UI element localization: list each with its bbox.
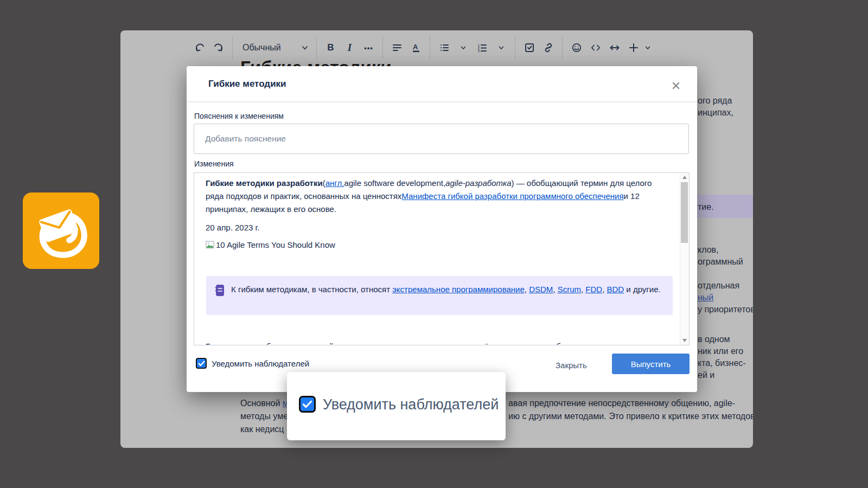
scrollbar-thumb[interactable] bbox=[681, 182, 688, 243]
numbered-list-expand-button[interactable] bbox=[492, 38, 510, 57]
page-title-clipped: Гибкие методики bbox=[240, 57, 392, 66]
svg-text:A: A bbox=[413, 43, 418, 51]
image-alt-text: 10 Agile Terms You Should Know bbox=[216, 240, 335, 249]
width-arrows-icon bbox=[609, 42, 621, 53]
bullet-list-button[interactable] bbox=[435, 38, 454, 57]
checkmark-icon bbox=[198, 361, 205, 367]
bg-text-fragment: ник или его bbox=[698, 346, 743, 356]
magnifier-tooltip: Уведомить наблюдателей bbox=[287, 372, 506, 440]
magnified-notify-label: Уведомить наблюдателей bbox=[323, 396, 499, 413]
checkmark-icon bbox=[302, 400, 312, 409]
plus-icon bbox=[628, 42, 639, 53]
bg-paragraph-line: методы уме bbox=[240, 412, 288, 421]
dsdm-link[interactable]: DSDM bbox=[529, 285, 553, 294]
bg-text-fragment: ого ряда bbox=[698, 96, 732, 106]
bg-text-fragment: клов, bbox=[698, 245, 719, 255]
bg-paragraph-line: авая предпочтение непосредственному обще… bbox=[508, 399, 735, 408]
text-color-icon: A bbox=[411, 42, 422, 53]
chevron-down-icon bbox=[644, 44, 651, 51]
notify-watchers-checkbox[interactable] bbox=[196, 358, 207, 369]
changes-preview: Гибкие методики разработки(англ.agile so… bbox=[194, 172, 690, 345]
bg-text-fragment: у приоритетов bbox=[698, 305, 753, 314]
link-icon bbox=[543, 42, 554, 53]
toolbar-divider bbox=[515, 36, 515, 59]
magnified-notify-checkbox[interactable] bbox=[299, 396, 316, 413]
undo-icon bbox=[194, 42, 206, 54]
dialog-header: Гибкие методики bbox=[187, 66, 697, 102]
numbered-list-button[interactable]: 1 2 3 bbox=[473, 38, 492, 57]
manifesto-link[interactable]: Манифеста гибкой разработки программного… bbox=[401, 191, 623, 201]
redo-button[interactable] bbox=[209, 38, 228, 57]
redo-icon bbox=[213, 42, 225, 54]
scrum-link[interactable]: Scrum bbox=[558, 285, 581, 294]
publish-button[interactable]: Выпустить bbox=[612, 354, 690, 374]
text-style-select[interactable]: Обычный bbox=[237, 43, 312, 53]
bg-paragraph-line: как недисц bbox=[240, 425, 284, 434]
preview-italic-term: agile-разработка bbox=[445, 178, 511, 188]
chevron-down-icon bbox=[460, 44, 467, 51]
preview-bold-term: Гибкие методики разработки bbox=[206, 178, 323, 188]
numbered-list-icon: 1 2 3 bbox=[477, 42, 488, 53]
scrollbar-up-arrow[interactable] bbox=[682, 176, 687, 179]
insert-expand-button[interactable] bbox=[643, 38, 653, 57]
more-formatting-button[interactable]: ••• bbox=[359, 38, 378, 57]
notify-watchers-label: Уведомить наблюдателей bbox=[212, 359, 309, 368]
fdd-link[interactable]: FDD bbox=[585, 285, 602, 294]
emoji-icon bbox=[571, 42, 582, 53]
dialog-title: Гибкие методики bbox=[208, 79, 286, 89]
toolbar-divider bbox=[232, 36, 233, 59]
insert-button[interactable] bbox=[624, 38, 643, 57]
publish-dialog: Гибкие методики ✕ Пояснения к изменениям… bbox=[187, 66, 697, 392]
bg-text-fragment: инципах, bbox=[698, 108, 733, 118]
toolbar-divider bbox=[316, 36, 317, 59]
preview-paragraph: Гибкие методики разработки(англ.agile so… bbox=[206, 177, 670, 216]
bg-paragraph-line: ию с другими методами. Это привело к кри… bbox=[508, 412, 753, 421]
emoji-button[interactable] bbox=[567, 38, 586, 57]
code-icon bbox=[590, 42, 601, 53]
bullet-list-expand-button[interactable] bbox=[454, 38, 473, 57]
lang-link[interactable]: англ. bbox=[326, 178, 344, 188]
code-button[interactable] bbox=[586, 38, 605, 57]
comment-input[interactable] bbox=[194, 124, 689, 154]
bg-text-fragment: ей и bbox=[698, 370, 714, 380]
chevron-down-icon bbox=[498, 44, 505, 51]
toolbar-divider bbox=[382, 36, 383, 59]
clipped-paragraph: Большинство гибких методологий нацелены … bbox=[206, 342, 672, 345]
close-button[interactable]: Закрыть bbox=[546, 356, 597, 374]
notify-watchers-checkbox-row[interactable]: Уведомить наблюдателей bbox=[196, 358, 309, 369]
bold-button[interactable]: B bbox=[321, 38, 340, 57]
text-style-value: Обычный bbox=[242, 43, 281, 53]
bdd-link[interactable]: BDD bbox=[607, 285, 624, 294]
bg-text-fragment: кта, бизнес- bbox=[698, 358, 746, 368]
bg-text-fragment: отдельная bbox=[698, 281, 739, 291]
toolbar-divider bbox=[430, 36, 430, 59]
xp-link[interactable]: экстремальное программирование bbox=[392, 285, 525, 294]
comment-label: Пояснения к изменениям bbox=[194, 112, 284, 120]
undo-button[interactable] bbox=[190, 38, 209, 57]
toolbar-divider bbox=[562, 36, 563, 59]
changes-label: Изменения bbox=[194, 159, 234, 168]
note-icon bbox=[215, 284, 225, 297]
close-icon[interactable]: ✕ bbox=[667, 77, 685, 95]
task-list-button[interactable] bbox=[520, 38, 539, 57]
info-panel-text: К гибким методикам, в частности, относят… bbox=[231, 283, 662, 296]
text-color-button[interactable]: A bbox=[406, 38, 425, 57]
chevron-down-icon bbox=[301, 44, 309, 52]
alignment-button[interactable] bbox=[387, 38, 406, 57]
svg-text:3: 3 bbox=[477, 49, 480, 53]
preview-scrollbar[interactable] bbox=[680, 173, 689, 345]
editor-toolbar: Обычный B I ••• A bbox=[190, 35, 653, 61]
preview-date: 20 апр. 2023 г. bbox=[206, 223, 259, 232]
link-button[interactable] bbox=[539, 38, 558, 57]
layout-width-button[interactable] bbox=[605, 38, 624, 57]
broken-image-icon bbox=[206, 240, 215, 249]
bg-link-fragment[interactable]: ный bbox=[698, 293, 713, 303]
bg-paragraph-line: Основной м bbox=[240, 399, 289, 408]
envelope-swirl-icon bbox=[28, 198, 94, 264]
bullet-list-icon bbox=[439, 42, 450, 53]
italic-button[interactable]: I bbox=[340, 38, 359, 57]
scrollbar-down-arrow[interactable] bbox=[682, 339, 687, 342]
email-app-icon[interactable] bbox=[23, 192, 99, 269]
broken-image-line: 10 Agile Terms You Should Know bbox=[206, 240, 335, 249]
bg-text-fragment: тие. bbox=[698, 202, 714, 212]
